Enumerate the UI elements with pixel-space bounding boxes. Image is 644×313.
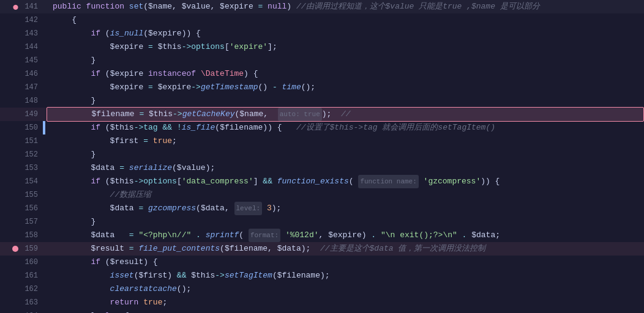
token-paren: } <box>53 148 95 161</box>
token-paren: ); <box>322 108 341 121</box>
code-line[interactable]: 156 $data = gzcompress($data, level: 3); <box>0 202 644 215</box>
line-number-label: 151 <box>21 137 38 145</box>
code-line[interactable]: 154 if ($this->options['data_compress'] … <box>0 175 644 188</box>
line-number-area: 144 <box>0 43 43 51</box>
code-content: public function set($name, $value, $expi… <box>47 0 644 13</box>
token-kw: function <box>86 0 129 13</box>
token-str: '%012d' <box>280 229 318 242</box>
code-line[interactable]: 152 } <box>0 148 644 161</box>
line-number-label: 157 <box>21 218 38 226</box>
line-number-area: 163 <box>0 298 43 307</box>
token-paren: ( <box>105 27 110 40</box>
token-paren: ( <box>235 108 240 121</box>
code-line[interactable]: 144 $expire = $this->options['expire']; <box>0 40 644 54</box>
line-number-label: 160 <box>21 258 38 267</box>
token-bool: true <box>143 296 162 309</box>
line-number-area: 159 <box>0 245 43 253</box>
code-line[interactable]: 149 $filename = $this->getCacheKey($name… <box>0 108 644 121</box>
code-line[interactable]: 146 if ($expire instanceof \DateTime) { <box>0 67 644 81</box>
code-line[interactable]: 148 } <box>0 94 644 108</box>
token-paren: ); <box>320 269 330 282</box>
code-line[interactable]: 158 $data = "<?php\n//" . sprintf( forma… <box>0 229 644 242</box>
code-content: //数据压缩 <box>47 188 644 202</box>
token-op: && <box>158 121 177 134</box>
token-str: "<?php\n//" <box>134 229 192 242</box>
line-number-label: 142 <box>21 16 38 24</box>
token-kw: public <box>53 0 86 13</box>
line-number-area: 150 <box>0 123 43 132</box>
code-line[interactable]: 151 $first = true; <box>0 134 644 148</box>
code-line[interactable]: 145 } <box>0 54 644 67</box>
line-number-area: 156 <box>0 204 43 213</box>
line-number-area: 158 <box>0 231 43 240</box>
line-number-label: 161 <box>21 271 38 280</box>
token-var: $data <box>277 242 301 256</box>
code-line[interactable]: 157 } <box>0 215 644 229</box>
git-gutter <box>43 121 45 134</box>
token-method: setTagItem <box>225 269 272 282</box>
code-line[interactable]: ⬤141public function set($name, $value, $… <box>0 0 644 13</box>
line-number-label: 141 <box>21 2 38 11</box>
code-line[interactable]: 153 $data = serialize($value); <box>0 161 644 175</box>
git-gutter <box>43 282 45 296</box>
line-number-label: 156 <box>21 204 38 213</box>
token-op: - <box>272 81 277 94</box>
code-content: return true; <box>47 296 644 309</box>
code-content: $data = serialize($value); <box>47 161 644 175</box>
code-line[interactable]: 147 $expire = $expire->getTimestamp() - … <box>0 81 644 94</box>
token-var: $this <box>144 108 173 121</box>
code-line[interactable]: 143 if (is_null($expire)) { <box>0 27 644 40</box>
token-paren: ; <box>162 296 167 309</box>
git-gutter <box>43 161 45 175</box>
token-paren: ); <box>301 242 320 256</box>
token-var: $expire <box>153 81 191 94</box>
token-op: -> <box>182 40 192 54</box>
token-comment: //数据压缩 <box>53 188 151 202</box>
token-fn-italic: sprintf <box>206 229 239 242</box>
token-var: $filename <box>225 242 268 256</box>
code-content: clearstatcache(); <box>47 282 644 296</box>
token-num: 3 <box>262 202 272 215</box>
token-paren: ); <box>272 202 282 215</box>
code-line[interactable]: 142 { <box>0 13 644 27</box>
token-fn-italic: is_file <box>182 121 215 134</box>
token-method: getTimestamp <box>201 81 258 94</box>
code-content: if ($this->options['data_compress'] && f… <box>47 175 644 188</box>
code-line[interactable]: 155 //数据压缩 <box>0 188 644 202</box>
line-number-area: 142 <box>0 16 43 24</box>
token-paren: , <box>210 0 220 13</box>
token-var: $this <box>153 40 182 54</box>
code-line[interactable]: 163 return true; <box>0 296 644 309</box>
token-fn-italic: is_null <box>110 27 144 40</box>
line-number-label: 149 <box>21 110 38 119</box>
token-var: $result <box>53 242 129 256</box>
token-str: 'gzcompress' <box>419 175 481 188</box>
code-content: $result = file_put_contents($filename, $… <box>47 242 644 256</box>
token-kw: null <box>268 0 286 13</box>
code-line[interactable]: 150 if ($this->tag && !is_file($filename… <box>0 121 644 134</box>
code-line[interactable]: 161 isset($first) && $this->setTagItem($… <box>0 269 644 282</box>
token-var: $expire <box>110 67 144 81</box>
code-content: if ($this->tag && !is_file($filename)) {… <box>47 121 644 134</box>
token-paren: ]; <box>268 40 277 54</box>
line-number-area: 147 <box>0 83 43 92</box>
code-line[interactable]: 160 if ($result) { <box>0 256 644 269</box>
token-paren: } <box>53 94 95 108</box>
token-op: -> <box>134 121 144 134</box>
code-line[interactable]: 164 } else { <box>0 309 644 313</box>
code-line[interactable]: 162 clearstatcache(); <box>0 282 644 296</box>
token-paren: { <box>53 13 77 27</box>
token-op: -> <box>134 175 144 188</box>
token-var: $data <box>471 229 495 242</box>
code-line[interactable]: 159 $result = file_put_contents($filenam… <box>0 242 644 256</box>
line-number-label: 145 <box>21 56 38 65</box>
git-gutter <box>43 256 45 269</box>
line-number-label: 154 <box>21 177 38 186</box>
token-var: $value <box>177 161 206 175</box>
token-var: $name <box>239 108 263 121</box>
token-kw: return <box>53 296 143 309</box>
token-fn-italic: isset <box>53 269 134 282</box>
token-kw: if <box>53 67 105 81</box>
token-var: $data <box>53 161 119 175</box>
line-number-label: 150 <box>21 123 38 132</box>
